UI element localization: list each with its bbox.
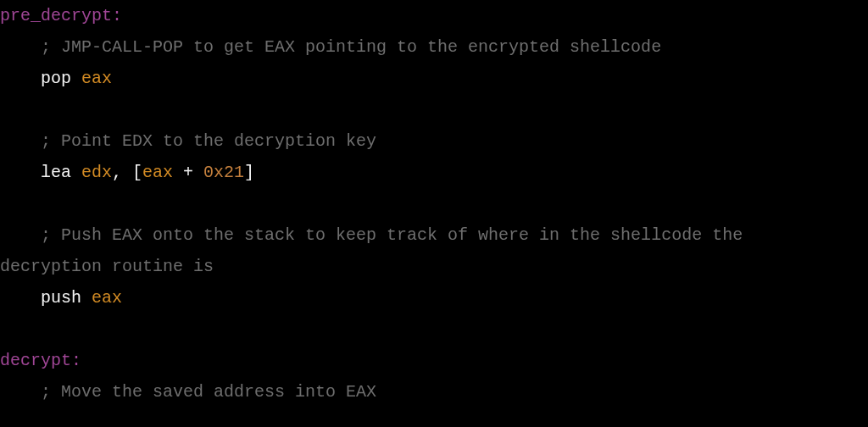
mnemonic-lea: lea bbox=[41, 163, 81, 182]
mnemonic-pop: pop bbox=[41, 69, 81, 88]
comma-bracket: , [ bbox=[112, 163, 142, 182]
indent bbox=[0, 69, 41, 88]
register-eax: eax bbox=[81, 69, 112, 88]
register-edx: edx bbox=[81, 163, 112, 182]
label-pre-decrypt: pre_decrypt: bbox=[0, 6, 122, 25]
label-decrypt: decrypt: bbox=[0, 351, 81, 370]
comment-push-eax-a: ; Push EAX onto the stack to keep track … bbox=[0, 225, 743, 245]
asm-code-block: pre_decrypt: ; JMP-CALL-POP to get EAX p… bbox=[0, 0, 868, 408]
close-bracket: ] bbox=[244, 163, 254, 182]
register-eax: eax bbox=[142, 163, 173, 182]
register-eax: eax bbox=[92, 288, 122, 308]
comment-move-saved: ; Move the saved address into EAX bbox=[0, 382, 376, 402]
comment-push-eax-b: decryption routine is bbox=[0, 257, 214, 276]
comment-jmpcallpop: ; JMP-CALL-POP to get EAX pointing to th… bbox=[0, 37, 661, 57]
comment-point-edx: ; Point EDX to the decryption key bbox=[0, 131, 376, 151]
indent bbox=[0, 288, 41, 308]
plus: + bbox=[173, 163, 203, 182]
literal-offset: 0x21 bbox=[203, 163, 244, 182]
mnemonic-push: push bbox=[41, 288, 92, 308]
indent bbox=[0, 163, 41, 182]
